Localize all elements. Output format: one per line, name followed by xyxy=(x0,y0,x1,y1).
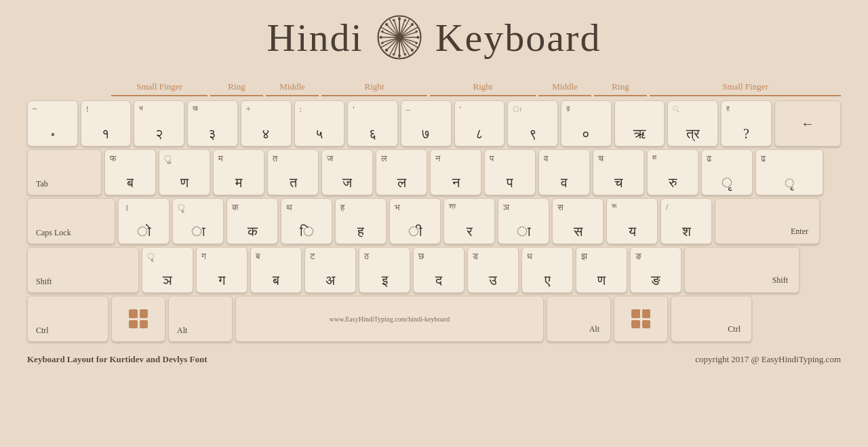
key-h[interactable]: भी xyxy=(389,198,441,244)
key-u[interactable]: नन xyxy=(430,149,481,195)
key-equals[interactable]: ्त्र xyxy=(667,100,718,147)
key-3[interactable]: ख३ xyxy=(187,100,238,147)
key-j[interactable]: श्रर xyxy=(443,198,495,244)
key-enter-top: ढ ृ xyxy=(755,149,823,195)
alt-right-key[interactable]: Alt xyxy=(547,296,611,342)
svg-point-28 xyxy=(393,19,395,22)
key-backtick[interactable]: ~॰ xyxy=(27,100,78,147)
footer-and: and xyxy=(146,354,162,364)
space-key-url: www.EasyHindiTyping.com/hindi-keyboard xyxy=(240,315,539,323)
bottom-bar: Ctrl Alt www.EasyHindiTyping.com/hindi-k… xyxy=(27,296,841,342)
key-backslash[interactable]: ह? xyxy=(721,100,772,147)
key-k[interactable]: ञा xyxy=(498,198,549,244)
caps-lock-key[interactable]: Caps Lock xyxy=(27,198,115,244)
key-z[interactable]: ृञ xyxy=(142,247,193,293)
key-f[interactable]: थि xyxy=(281,198,332,244)
shift-left-key[interactable]: Shift xyxy=(27,247,139,293)
key-minus[interactable]: ऋ xyxy=(614,100,665,147)
svg-point-30 xyxy=(393,53,395,56)
key-8[interactable]: '८ xyxy=(454,100,505,147)
finger-label-middle-right: Middle xyxy=(538,81,591,96)
key-quote[interactable]: /श xyxy=(660,198,712,244)
page-title: Hindi xyxy=(27,14,841,61)
key-x[interactable]: गग xyxy=(196,247,248,293)
bottom-row: Shift ृञ गग बब टअ ठइ छद डउ धए झण ङङ Shif… xyxy=(27,247,841,293)
top-row: Tab फब ुण मम तत जज लल नन पप वव चच क्षरु … xyxy=(27,149,841,195)
key-n[interactable]: छद xyxy=(413,247,465,293)
svg-point-16 xyxy=(398,18,401,20)
svg-point-21 xyxy=(411,23,414,26)
key-b[interactable]: ठइ xyxy=(359,247,410,293)
key-g[interactable]: हह xyxy=(335,198,387,244)
backspace-key[interactable]: ← xyxy=(774,100,841,147)
windows-logo-right-icon xyxy=(631,309,650,328)
svg-point-22 xyxy=(385,49,388,52)
shift-right-key[interactable]: Shift xyxy=(684,247,800,293)
finger-label-middle-left: Middle xyxy=(266,81,319,96)
footer-for: for xyxy=(96,354,110,364)
title-area: Hindi xyxy=(27,14,841,61)
key-c[interactable]: बब xyxy=(250,247,302,293)
title-hindi: Hindi xyxy=(267,15,363,60)
footer-keyboard-label: Keyboard Layout xyxy=(27,354,96,364)
key-1[interactable]: !१ xyxy=(81,100,132,147)
key-period[interactable]: झण xyxy=(576,247,627,293)
key-d[interactable]: कक xyxy=(226,198,278,244)
key-r[interactable]: तत xyxy=(267,149,319,195)
windows-logo-icon xyxy=(129,309,148,328)
page-wrapper: Hindi xyxy=(0,0,868,375)
key-semicolon[interactable]: रूय xyxy=(606,198,658,244)
svg-point-19 xyxy=(416,36,419,39)
key-4[interactable]: +४ xyxy=(241,100,292,147)
key-bracket-close[interactable]: ढृ xyxy=(701,149,753,195)
ctrl-right-key[interactable]: Ctrl xyxy=(671,296,752,342)
key-w[interactable]: ुण xyxy=(159,149,210,195)
key-m[interactable]: डउ xyxy=(467,247,519,293)
key-p[interactable]: चच xyxy=(593,149,644,195)
key-y[interactable]: लल xyxy=(376,149,427,195)
finger-label-ring-left: Ring xyxy=(210,81,263,96)
title-keyboard: Keyboard xyxy=(435,15,601,60)
alt-left-key[interactable]: Alt xyxy=(168,296,233,342)
footer-font-label: Font xyxy=(190,354,208,364)
svg-point-20 xyxy=(385,23,388,26)
enter-key[interactable]: Enter xyxy=(715,198,820,244)
win-left-key[interactable] xyxy=(111,296,165,342)
finger-label-right-left: Right xyxy=(321,81,427,96)
key-i[interactable]: पप xyxy=(484,149,536,195)
finger-label-right-right: Right xyxy=(430,81,536,96)
key-bracket-open[interactable]: क्षरु xyxy=(647,149,698,195)
key-0[interactable]: ढ़० xyxy=(561,100,612,147)
ashoka-wheel-icon xyxy=(376,14,423,61)
key-7[interactable]: –७ xyxy=(401,100,452,147)
key-6[interactable]: '६ xyxy=(347,100,398,147)
key-5[interactable]: :५ xyxy=(294,100,345,147)
key-s[interactable]: ृा xyxy=(172,198,224,244)
space-key[interactable]: www.EasyHindiTyping.com/hindi-keyboard xyxy=(235,296,544,342)
svg-point-29 xyxy=(403,19,406,22)
footer-font1: Kurtidev xyxy=(109,354,144,364)
key-2[interactable]: भ२ xyxy=(134,100,184,147)
key-comma[interactable]: धए xyxy=(521,247,573,293)
home-row: Caps Lock ।ो ृा कक थि हह भी श्रर ञा सस र… xyxy=(27,198,841,244)
key-l[interactable]: सस xyxy=(552,198,604,244)
key-a[interactable]: ।ो xyxy=(118,198,170,244)
key-t[interactable]: जज xyxy=(321,149,373,195)
key-e[interactable]: मम xyxy=(213,149,264,195)
svg-point-23 xyxy=(411,49,414,52)
ctrl-left-key[interactable]: Ctrl xyxy=(27,296,108,342)
tab-key[interactable]: Tab xyxy=(27,149,102,195)
key-v[interactable]: टअ xyxy=(304,247,356,293)
number-row: ~॰ !१ भ२ ख३ +४ :५ '६ –७ '८ ः९ ढ़० ऋ ्त्र… xyxy=(27,100,841,147)
key-q[interactable]: फब xyxy=(104,149,156,195)
key-o[interactable]: वव xyxy=(538,149,590,195)
svg-point-27 xyxy=(415,42,418,45)
footer-copyright: copyright 2017 @ EasyHindiTyping.com xyxy=(695,354,841,365)
footer: Keyboard Layout for Kurtidev and Devlys … xyxy=(27,354,841,365)
key-slash[interactable]: ङङ xyxy=(630,247,682,293)
keyboard: ~॰ !१ भ२ ख३ +४ :५ '६ –७ '८ ः९ ढ़० ऋ ्त्र… xyxy=(27,100,841,342)
finger-label-small-finger-left: Small Finger xyxy=(111,81,208,96)
finger-labels: Small Finger Ring Middle Right Right Mid… xyxy=(69,81,841,96)
win-right-key[interactable] xyxy=(614,296,668,342)
key-9[interactable]: ः९ xyxy=(507,100,558,147)
